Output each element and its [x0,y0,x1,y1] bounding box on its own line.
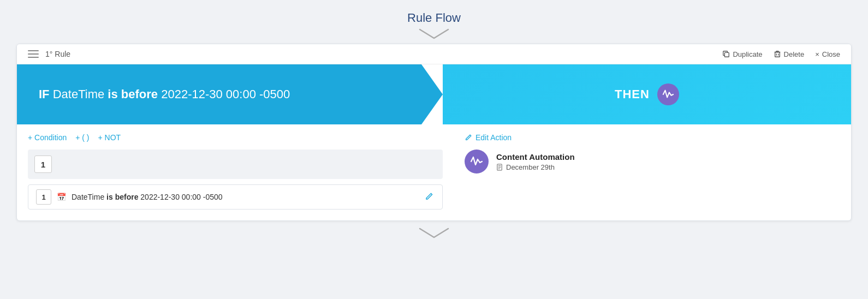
if-section: IF DateTime is before 2022-12-30 00:00 -… [17,64,443,124]
then-section: THEN [443,64,851,124]
edit-action-label: Edit Action [475,133,512,142]
page-wrapper: Rule Flow 1° Rule Duplicate [0,11,868,240]
if-keyword: IF [39,87,50,101]
condition-edit-button[interactable] [424,191,435,204]
rule-flow-title: Rule Flow [407,11,461,25]
add-condition-button[interactable]: + Condition [28,133,67,142]
close-button[interactable]: × Close [815,50,840,58]
if-condition-text: IF DateTime is before 2022-12-30 00:00 -… [39,87,290,101]
close-x: × [815,50,819,58]
action-item: Content Automation December 29th [465,150,840,174]
close-label: Close [822,50,840,58]
trash-icon [774,50,781,58]
action-subtitle: December 29th [496,163,575,171]
actions-column: Edit Action Content Automation [443,133,840,210]
bottom-chevron-icon [418,226,450,240]
card-topbar: 1° Rule Duplicate [17,44,851,64]
svg-rect-1 [775,52,780,57]
document-icon [496,164,503,171]
chevron-down-icon [418,27,450,40]
add-not-button[interactable]: + NOT [98,133,121,142]
card-topbar-left: 1° Rule [28,50,70,58]
condition-row: 1 📅 DateTime is before 2022-12-30 00:00 … [28,184,443,210]
if-then-banner: IF DateTime is before 2022-12-30 00:00 -… [17,64,851,124]
card-topbar-right: Duplicate Delete × Close [722,50,840,58]
action-activity-icon [470,155,483,168]
then-icon-circle [657,83,679,105]
condition-row-number: 1 [36,189,51,205]
group-number: 1 [34,156,52,173]
activity-icon [662,88,674,100]
bottom-chevron [418,226,450,240]
condition-group: 1 [28,150,443,179]
action-date: December 29th [506,163,555,171]
action-info: Content Automation December 29th [496,152,575,171]
rule-card: 1° Rule Duplicate [16,44,852,221]
conditions-column: + Condition + ( ) + NOT 1 1 📅 DateTime i… [28,133,443,210]
condition-row-text: DateTime is before 2022-12-30 00:00 -050… [72,193,418,201]
action-icon-circle [465,150,489,174]
duplicate-label: Duplicate [733,50,762,58]
rule-flow-header: Rule Flow [407,11,461,40]
edit-action-button[interactable]: Edit Action [465,133,840,142]
rule-label: 1° Rule [45,50,70,58]
duplicate-button[interactable]: Duplicate [722,50,762,58]
delete-button[interactable]: Delete [774,50,805,58]
delete-label: Delete [784,50,805,58]
pencil-action-icon [465,134,472,141]
add-group-button[interactable]: + ( ) [75,133,89,142]
pencil-icon [425,192,433,201]
action-title: Content Automation [496,152,575,162]
drag-handle-icon[interactable] [28,50,39,58]
duplicate-icon [722,50,730,58]
svg-rect-0 [725,52,729,57]
conditions-actions: + Condition + ( ) + NOT 1 1 📅 DateTime i… [17,124,851,220]
calendar-icon: 📅 [57,193,66,201]
condition-buttons: + Condition + ( ) + NOT [28,133,443,142]
then-label: THEN [615,87,650,101]
